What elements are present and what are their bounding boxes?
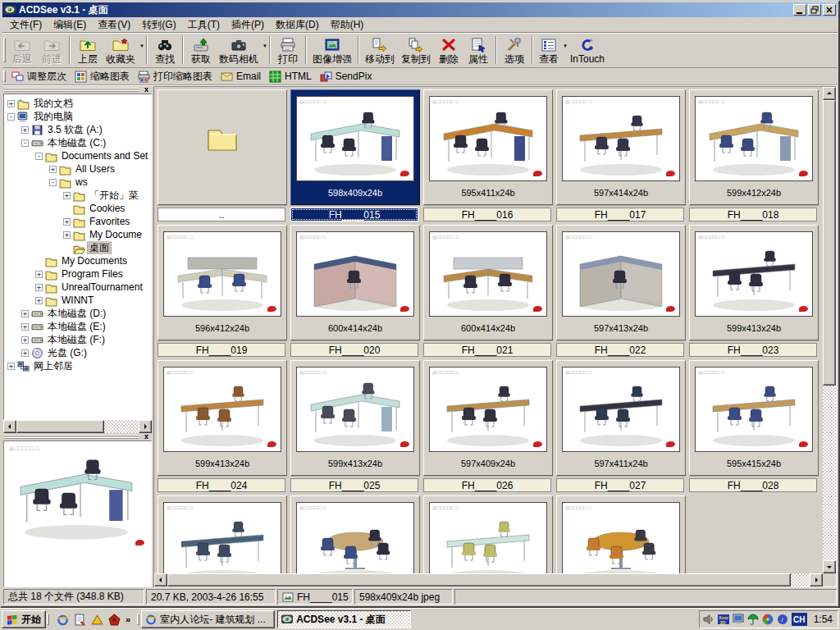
move-to-button[interactable]: 移动到 (362, 34, 398, 66)
expand-icon[interactable]: + (49, 166, 57, 173)
tree-start-menu[interactable]: +「开始」菜 (5, 189, 151, 202)
expand-icon[interactable]: + (63, 192, 71, 199)
thumbnail-filename[interactable]: FH____024 (158, 478, 285, 492)
scrollbar-track[interactable] (823, 100, 836, 560)
start-button[interactable]: 开始 (2, 610, 46, 628)
thumbnail-cell[interactable]: ◎□□□□□ □599x412x24b (689, 89, 819, 205)
collapse-icon[interactable]: - (21, 139, 29, 147)
tree-documents-and-settings[interactable]: -Documents and Set (5, 149, 151, 162)
grab-handle[interactable] (4, 88, 139, 92)
close-preview-panel-icon[interactable]: x (142, 433, 151, 441)
thumbnail-item[interactable]: ◎□□□□□ □595x415x24bFH____028 (689, 360, 819, 492)
tree-unrealtournament[interactable]: +UnrealTournament (5, 281, 151, 294)
tree-floppy-a[interactable]: +3.5 软盘 (A:) (5, 123, 151, 136)
tree-ws[interactable]: -ws (5, 176, 151, 189)
thumbnail-item[interactable]: ◎□□□□□ □599x413x24bFH____025 (290, 360, 420, 492)
taskbar-gripper[interactable] (47, 614, 49, 625)
scroll-left-arrow[interactable] (154, 573, 167, 587)
thumbnail-filename[interactable]: FH____028 (689, 478, 817, 492)
tree-my-docume[interactable]: +My Docume (5, 228, 151, 241)
toolbar-gripper[interactable] (3, 38, 6, 62)
thumbnail-filename[interactable]: .. (158, 208, 285, 221)
thumbnail-cell[interactable]: ◎□□□□□ □599x413x24b (158, 360, 287, 476)
thumbnail-cell[interactable]: ◎□□□□□ □598x409x24b (290, 89, 420, 205)
intouch-button[interactable]: InTouch (567, 34, 608, 66)
tree-my-documents-c[interactable]: My Documents (5, 254, 151, 267)
thumbnail-cell[interactable]: ◎□□□□□ □597x414x24b (556, 89, 686, 205)
close-button[interactable] (823, 4, 836, 16)
scroll-right-arrow[interactable] (139, 420, 152, 433)
scroll-right-arrow[interactable] (810, 573, 823, 587)
scrollbar-thumb[interactable] (16, 420, 104, 433)
scroll-up-arrow[interactable] (823, 87, 836, 100)
scroll-down-arrow[interactable] (823, 560, 836, 573)
menu-goto[interactable]: 转到(G) (136, 16, 181, 34)
menu-edit[interactable]: 编辑(E) (48, 16, 92, 34)
collapse-icon[interactable]: - (49, 179, 57, 186)
thumbnail-item[interactable]: ◎□□□□□ □597x414x24bFH____017 (556, 89, 686, 221)
up-button[interactable]: 上层 (73, 34, 103, 66)
tree-disk-d[interactable]: +本地磁盘 (D:) (5, 307, 151, 320)
thumbnail-cell[interactable]: ◎□□□□□ □600x414x24b (423, 225, 553, 340)
sendpix-button[interactable]: SendPix (316, 69, 377, 84)
thumbnail-item[interactable]: ◎□□□□□ □ (423, 495, 553, 573)
tree-all-users[interactable]: +All Users (5, 162, 151, 176)
tray-xear3d-icon[interactable]: Xear3D (718, 614, 729, 625)
menu-database[interactable]: 数据库(D) (270, 16, 325, 34)
menu-tools[interactable]: 工具(T) (182, 16, 226, 34)
tree-cookies[interactable]: Cookies (5, 202, 151, 215)
quicklaunch-ie-icon[interactable] (57, 614, 69, 626)
tree-my-computer[interactable]: -我的电脑 (5, 110, 151, 123)
thumbnail-cell[interactable]: ◎□□□□□ □ (423, 495, 553, 573)
thumbnail-item[interactable]: ◎□□□□□ □598x409x24bFH____015 (290, 89, 420, 221)
tree-program-files[interactable]: +Program Files (5, 267, 151, 281)
thumbnail-filename[interactable]: FH____023 (689, 343, 817, 357)
thumbnail-cell[interactable] (158, 89, 287, 205)
menu-file[interactable]: 文件(F) (4, 16, 48, 34)
thumbnail-filename[interactable]: FH____022 (556, 343, 684, 357)
menu-view[interactable]: 查看(V) (92, 16, 136, 34)
tree-desktop[interactable]: 桌面 (5, 241, 151, 254)
grab-handle[interactable] (4, 435, 139, 439)
title-bar[interactable]: ACDSee v3.1 - 桌面 (2, 2, 838, 17)
html-button[interactable]: HTML (265, 69, 316, 84)
tray-volume-icon[interactable] (703, 614, 714, 625)
expand-icon[interactable]: + (35, 284, 43, 291)
tree-cd-g[interactable]: +光盘 (G:) (5, 346, 151, 359)
acquire-button[interactable]: 获取 (186, 34, 216, 66)
thumbnail-cell[interactable]: ◎□□□□□ □597x409x24b (423, 360, 553, 476)
thumbnail-filename[interactable]: FH____025 (290, 478, 418, 492)
thumbnail-cell[interactable]: ◎□□□□□ □599x413x24b (689, 225, 819, 340)
thumbnail-item[interactable]: ◎□□□□□ □600x414x24bFH____021 (423, 225, 553, 357)
thumbnail-cell[interactable]: ◎□□□□□ □599x413x24b (290, 360, 420, 476)
delete-button[interactable]: 删除 (434, 34, 463, 66)
quicklaunch-triangle-icon[interactable] (91, 614, 103, 626)
scrollbar-track[interactable] (16, 420, 139, 433)
tray-display-icon[interactable] (733, 614, 744, 625)
thumbnail-item[interactable]: ◎□□□□□ □ (556, 495, 686, 573)
options-button[interactable]: 选项 (500, 34, 529, 66)
scrollbar-track[interactable] (167, 573, 810, 587)
thumbnail-sheet-button[interactable]: 缩略图表 (71, 69, 134, 84)
thumbnail-filename[interactable]: FH____018 (689, 208, 817, 221)
language-indicator[interactable]: CH (792, 613, 807, 626)
expand-icon[interactable]: + (21, 126, 29, 134)
tree-winnt[interactable]: +WINNT (5, 294, 151, 307)
tree-panel-handle[interactable]: x (3, 86, 152, 94)
expand-icon[interactable]: + (63, 231, 71, 239)
thumbnail-item[interactable]: ◎□□□□□ □597x413x24bFH____022 (556, 225, 686, 357)
thumbnail-item[interactable]: ◎□□□□□ □597x409x24bFH____026 (423, 360, 553, 492)
thumbnail-item[interactable]: ◎□□□□□ □599x413x24bFH____023 (689, 225, 819, 357)
thumbnail-filename[interactable]: FH____027 (556, 478, 684, 492)
preview-pane[interactable]: ◎□□□□□ □ (3, 441, 152, 587)
quicklaunch-red-app-icon[interactable] (108, 614, 121, 626)
tree-disk-c[interactable]: -本地磁盘 (C:) (5, 136, 151, 149)
thumbnail-item[interactable]: ◎□□□□□ □ (158, 495, 287, 573)
menu-help[interactable]: 帮助(H) (325, 16, 370, 34)
thumbnail-cell[interactable]: ◎□□□□□ □596x412x24b (158, 225, 287, 340)
thumbnail-filename[interactable]: FH____017 (556, 208, 684, 221)
print-button[interactable]: 打印 (273, 34, 303, 66)
minimize-button[interactable] (793, 4, 806, 16)
tray-ball-icon[interactable] (762, 614, 774, 625)
thumbnail-item[interactable]: ◎□□□□□ □599x413x24bFH____024 (158, 360, 287, 492)
